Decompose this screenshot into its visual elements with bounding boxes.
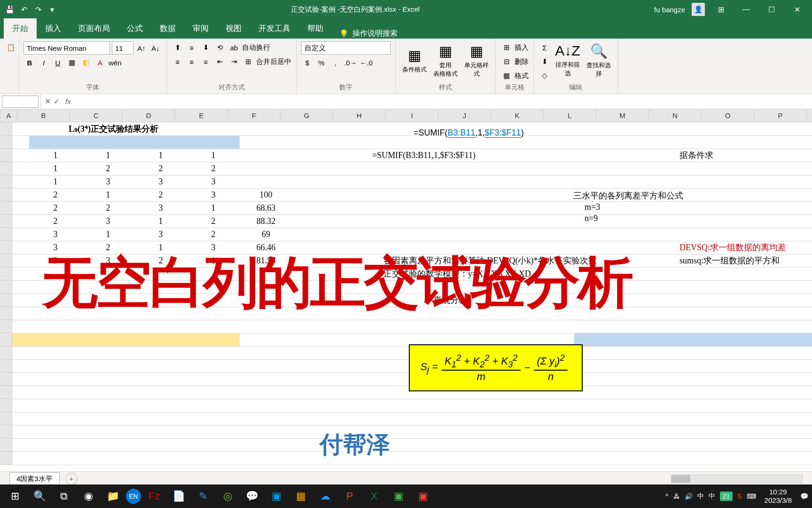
col-header-D[interactable]: D	[123, 109, 175, 122]
insert-cells-button[interactable]: ⊞	[500, 41, 513, 54]
table-cell[interactable]: 1	[82, 228, 134, 241]
table-cell[interactable]: 1	[134, 149, 187, 162]
number-format-select[interactable]: 自定义	[301, 41, 390, 55]
row-header[interactable]	[0, 386, 12, 399]
app-icon-4[interactable]: ◎	[216, 486, 239, 506]
align-top-icon[interactable]: ⬆	[172, 41, 184, 54]
formula-input[interactable]	[78, 95, 812, 108]
col-header-Q[interactable]: Q	[807, 109, 812, 122]
undo-icon[interactable]: ↶	[20, 5, 28, 14]
redo-icon[interactable]: ↷	[34, 5, 42, 14]
col-header-P[interactable]: P	[754, 109, 807, 122]
row-header[interactable]	[0, 412, 12, 425]
indent-dec-icon[interactable]: ⇤	[214, 56, 226, 68]
delete-cells-button[interactable]: ⊟	[500, 56, 513, 68]
row-header[interactable]	[0, 346, 12, 359]
row-header[interactable]	[0, 214, 12, 228]
table-cell[interactable]: 1	[187, 149, 240, 162]
tab-home[interactable]: 开始	[4, 18, 37, 39]
tab-developer[interactable]: 开发工具	[250, 18, 299, 39]
row-header[interactable]	[0, 294, 12, 307]
ime-icon[interactable]: S	[737, 492, 742, 500]
row-header[interactable]	[0, 320, 12, 333]
tell-me[interactable]: 💡 操作说明搜索	[332, 29, 405, 39]
font-color-button[interactable]: A	[94, 56, 106, 69]
increase-font-icon[interactable]: A↑	[135, 42, 148, 54]
table-cell[interactable]: 2	[134, 188, 187, 201]
align-middle-icon[interactable]: ≡	[186, 41, 198, 54]
app-icon-5[interactable]: ▣	[265, 486, 288, 506]
underline-button[interactable]: U	[52, 56, 64, 69]
sheet-tab-active[interactable]: 4因素3水平	[9, 472, 60, 485]
start-button[interactable]: ⊞	[4, 486, 26, 506]
table-format-button[interactable]: ▦套用 表格格式	[431, 41, 460, 79]
decrease-font-icon[interactable]: A↓	[149, 42, 162, 54]
inc-decimal-icon[interactable]: .0→	[344, 56, 358, 69]
table-cell[interactable]: 1	[29, 149, 82, 162]
row-header[interactable]	[0, 307, 12, 320]
app-icon-3[interactable]: ✎	[192, 486, 214, 506]
row-header[interactable]	[0, 359, 12, 373]
volume-icon[interactable]: 🔊	[685, 492, 693, 500]
table-cell[interactable]: 2	[134, 162, 187, 175]
table-cell[interactable]: 3	[29, 228, 82, 241]
autosum-icon[interactable]: Σ	[539, 41, 551, 54]
name-box[interactable]	[2, 95, 39, 108]
align-left-icon[interactable]: ≡	[172, 56, 184, 68]
paste-button[interactable]: 📋	[5, 41, 17, 54]
cell-styles-button[interactable]: ▦单元格样式	[462, 41, 491, 79]
col-header-C[interactable]: C	[70, 109, 123, 122]
table-cell[interactable]: 1	[134, 214, 187, 228]
keyboard-icon[interactable]: ⌨	[747, 492, 756, 500]
clear-icon[interactable]: ◇	[539, 70, 551, 82]
tab-review[interactable]: 审阅	[184, 18, 217, 39]
table-cell[interactable]: 2	[187, 162, 240, 175]
tab-layout[interactable]: 页面布局	[70, 18, 118, 39]
align-bottom-icon[interactable]: ⬇	[200, 41, 212, 54]
table-cell[interactable]: 3	[187, 175, 240, 188]
conditional-format-button[interactable]: ▦条件格式	[400, 41, 429, 79]
maximize-button[interactable]: ☐	[762, 2, 781, 16]
chrome-icon[interactable]: ◉	[77, 486, 100, 506]
network-icon[interactable]: 🖧	[673, 492, 680, 500]
table-cell[interactable]: 2	[29, 188, 82, 201]
table-cell[interactable]: 3	[134, 201, 187, 214]
qat-more-icon[interactable]: ▾	[48, 5, 56, 14]
find-select-button[interactable]: 🔍查找和选择	[585, 41, 613, 79]
row-header[interactable]	[0, 135, 12, 149]
table-cell[interactable]: 2	[82, 162, 134, 175]
bold-button[interactable]: B	[23, 56, 36, 69]
indent-inc-icon[interactable]: ⇥	[228, 56, 240, 68]
comma-icon[interactable]: ,	[329, 56, 342, 69]
search-icon[interactable]: 🔍	[28, 486, 51, 506]
table-cell[interactable]: 1	[29, 162, 82, 175]
col-header-I[interactable]: I	[386, 109, 438, 122]
row-header[interactable]	[0, 188, 12, 201]
row-header[interactable]	[0, 201, 12, 214]
col-header-B[interactable]: B	[17, 109, 70, 122]
table-cell[interactable]: 3	[82, 214, 134, 228]
app-icon-1[interactable]: EN	[126, 489, 141, 504]
col-header-G[interactable]: G	[281, 109, 333, 122]
notifications-icon[interactable]: 💬	[800, 492, 808, 500]
row-header[interactable]	[0, 228, 12, 241]
row-header[interactable]	[0, 280, 12, 294]
row-header[interactable]	[0, 175, 12, 188]
row-header[interactable]	[0, 241, 12, 254]
dec-decimal-icon[interactable]: ←.0	[359, 56, 374, 69]
filezilla-icon[interactable]: Fz	[143, 486, 165, 506]
col-header-K[interactable]: K	[491, 109, 544, 122]
currency-icon[interactable]: $	[301, 56, 313, 69]
percent-icon[interactable]: %	[315, 56, 328, 69]
tab-help[interactable]: 帮助	[299, 18, 332, 39]
table-cell[interactable]: 1	[187, 201, 240, 214]
powerpoint-icon[interactable]: P	[338, 486, 361, 506]
tab-insert[interactable]: 插入	[37, 18, 70, 39]
align-right-icon[interactable]: ≡	[200, 56, 212, 68]
avatar[interactable]: 👤	[692, 3, 705, 16]
row-header[interactable]	[0, 373, 12, 386]
col-header-N[interactable]: N	[649, 109, 702, 122]
col-header-O[interactable]: O	[702, 109, 754, 122]
col-header-J[interactable]: J	[438, 109, 491, 122]
ribbon-options-icon[interactable]: ⊞	[711, 2, 730, 16]
